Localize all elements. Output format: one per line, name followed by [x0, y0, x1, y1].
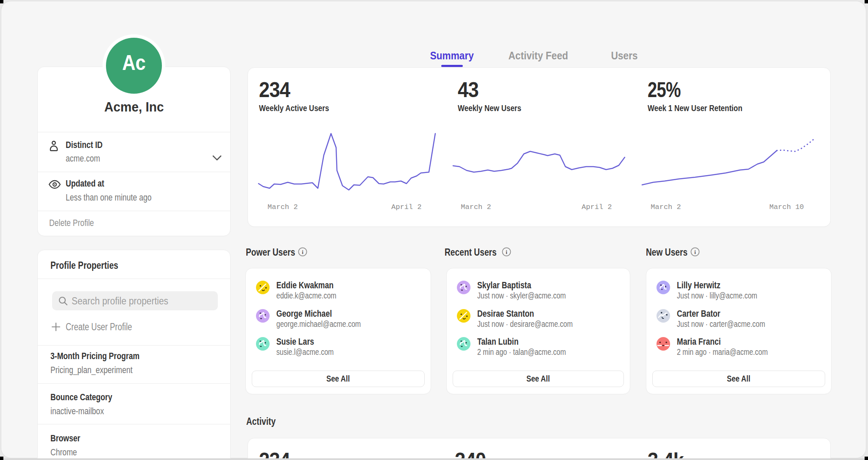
svg-text:i: i	[302, 249, 303, 255]
svg-text:i: i	[694, 249, 696, 255]
svg-text:i: i	[506, 249, 507, 255]
